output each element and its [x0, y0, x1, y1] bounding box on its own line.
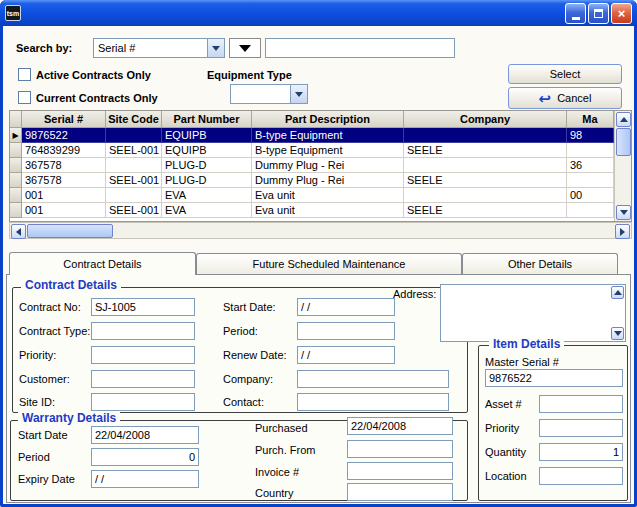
- row-selector-cell[interactable]: [10, 158, 22, 173]
- asset-input[interactable]: [539, 395, 623, 413]
- combo-arrow-icon[interactable]: [290, 85, 307, 103]
- search-field-combobox[interactable]: Serial #: [93, 38, 225, 58]
- grid-cell[interactable]: EQUIPB: [162, 143, 252, 158]
- grid-cell[interactable]: SEEL-001: [106, 203, 162, 218]
- grid-row[interactable]: ▶9876522EQUIPBB-type Equipment98: [10, 128, 614, 143]
- grid-cell[interactable]: 001: [22, 203, 106, 218]
- grid-header-cell[interactable]: Part Description: [252, 111, 404, 128]
- country-input[interactable]: [347, 483, 453, 501]
- search-dropdown-button[interactable]: [229, 38, 261, 58]
- grid-cell[interactable]: 36: [567, 158, 614, 173]
- grid-cell[interactable]: 764839299: [22, 143, 106, 158]
- equipment-type-combobox[interactable]: [230, 84, 308, 104]
- scroll-up-button[interactable]: [616, 112, 631, 127]
- grid-cell[interactable]: Dummy Plug - Rei: [252, 158, 404, 173]
- grid-cell[interactable]: SEEL-001: [106, 143, 162, 158]
- maximize-button[interactable]: [588, 3, 609, 24]
- grid-row[interactable]: 367578SEEL-001PLUG-DDummy Plug - ReiSEEL…: [10, 173, 614, 188]
- scroll-left-button[interactable]: [11, 224, 26, 239]
- active-contracts-checkbox[interactable]: [18, 68, 31, 81]
- row-selector-cell[interactable]: [10, 173, 22, 188]
- renew-date-input[interactable]: [297, 346, 395, 364]
- grid-header-cell[interactable]: Part Number: [162, 111, 252, 128]
- grid-cell[interactable]: B-type Equipment: [252, 128, 404, 143]
- row-selector-cell[interactable]: [10, 203, 22, 218]
- contact-input[interactable]: [297, 393, 449, 411]
- minimize-button[interactable]: [565, 3, 586, 24]
- grid-cell[interactable]: [404, 188, 567, 203]
- grid-cell[interactable]: 367578: [22, 158, 106, 173]
- grid-row[interactable]: 367578PLUG-DDummy Plug - Rei36: [10, 158, 614, 173]
- company-input[interactable]: [297, 370, 449, 388]
- grid-cell[interactable]: Dummy Plug - Rei: [252, 173, 404, 188]
- purchased-from-input[interactable]: [347, 440, 453, 458]
- close-button[interactable]: ×: [611, 3, 632, 24]
- tab-future-scheduled-maintenance[interactable]: Future Scheduled Maintenance: [196, 253, 462, 274]
- grid-row[interactable]: 001EVAEva unit00: [10, 188, 614, 203]
- period-input[interactable]: [297, 322, 395, 340]
- grid-cell[interactable]: Eva unit: [252, 203, 404, 218]
- location-input[interactable]: [539, 467, 623, 485]
- grid-cell[interactable]: EVA: [162, 203, 252, 218]
- vertical-scroll-thumb[interactable]: [616, 128, 631, 156]
- grid-cell[interactable]: [106, 188, 162, 203]
- row-selector-cell[interactable]: ▶: [10, 128, 22, 143]
- grid-horizontal-scrollbar[interactable]: [9, 222, 632, 239]
- quantity-input[interactable]: [539, 443, 623, 461]
- customer-input[interactable]: [91, 370, 195, 388]
- app-icon[interactable]: tsm: [5, 5, 21, 21]
- grid-cell[interactable]: Eva unit: [252, 188, 404, 203]
- grid-cell[interactable]: [567, 173, 614, 188]
- horizontal-scroll-thumb[interactable]: [27, 224, 113, 238]
- contract-no-input[interactable]: [91, 298, 195, 316]
- item-priority-input[interactable]: [539, 419, 623, 437]
- combo-arrow-icon[interactable]: [207, 39, 224, 57]
- tab-contract-details[interactable]: Contract Details: [9, 252, 196, 275]
- grid-cell[interactable]: 9876522: [22, 128, 106, 143]
- grid-row[interactable]: 001SEEL-001EVAEva unitSEELE: [10, 203, 614, 218]
- cancel-button[interactable]: ↩ Cancel: [508, 87, 622, 109]
- priority-input[interactable]: [91, 346, 195, 364]
- purchased-input[interactable]: [347, 417, 453, 435]
- grid-cell[interactable]: [106, 158, 162, 173]
- grid-header-cell[interactable]: Site Code: [106, 111, 162, 128]
- grid-cell[interactable]: EVA: [162, 188, 252, 203]
- tab-other-details[interactable]: Other Details: [462, 253, 618, 274]
- grid-cell[interactable]: [404, 128, 567, 143]
- grid-cell[interactable]: 00: [567, 188, 614, 203]
- scroll-right-button[interactable]: [615, 224, 630, 239]
- grid-cell[interactable]: 001: [22, 188, 106, 203]
- contract-type-input[interactable]: [91, 322, 195, 340]
- master-serial-input[interactable]: [485, 369, 623, 387]
- grid-cell[interactable]: B-type Equipment: [252, 143, 404, 158]
- warranty-period-input[interactable]: [91, 448, 199, 466]
- grid-cell[interactable]: SEELE: [404, 143, 567, 158]
- select-button[interactable]: Select: [508, 64, 622, 84]
- current-contracts-checkbox[interactable]: [18, 91, 31, 104]
- invoice-input[interactable]: [347, 462, 453, 480]
- grid-header-cell[interactable]: Serial #: [22, 111, 106, 128]
- grid-cell[interactable]: 367578: [22, 173, 106, 188]
- grid-cell[interactable]: EQUIPB: [162, 128, 252, 143]
- title-bar[interactable]: tsm ×: [0, 0, 637, 26]
- grid-cell[interactable]: [106, 128, 162, 143]
- start-date-input[interactable]: [297, 298, 395, 316]
- grid-cell[interactable]: [567, 203, 614, 218]
- site-id-input[interactable]: [91, 393, 195, 411]
- grid-cell[interactable]: [567, 143, 614, 158]
- warranty-expiry-date-input[interactable]: [91, 470, 199, 488]
- row-selector-cell[interactable]: [10, 188, 22, 203]
- grid-cell[interactable]: [404, 158, 567, 173]
- grid-row[interactable]: 764839299SEEL-001EQUIPBB-type EquipmentS…: [10, 143, 614, 158]
- grid-cell[interactable]: SEEL-001: [106, 173, 162, 188]
- grid-vertical-scrollbar[interactable]: [614, 111, 631, 221]
- grid-cell[interactable]: SEELE: [404, 173, 567, 188]
- scroll-up-button[interactable]: [611, 286, 624, 299]
- search-input[interactable]: [265, 38, 455, 58]
- scroll-down-button[interactable]: [616, 205, 631, 220]
- grid-cell[interactable]: PLUG-D: [162, 158, 252, 173]
- grid-header-cell[interactable]: Company: [404, 111, 567, 128]
- row-selector-cell[interactable]: [10, 143, 22, 158]
- grid-header-cell[interactable]: Ma: [567, 111, 614, 128]
- warranty-start-date-input[interactable]: [91, 426, 199, 444]
